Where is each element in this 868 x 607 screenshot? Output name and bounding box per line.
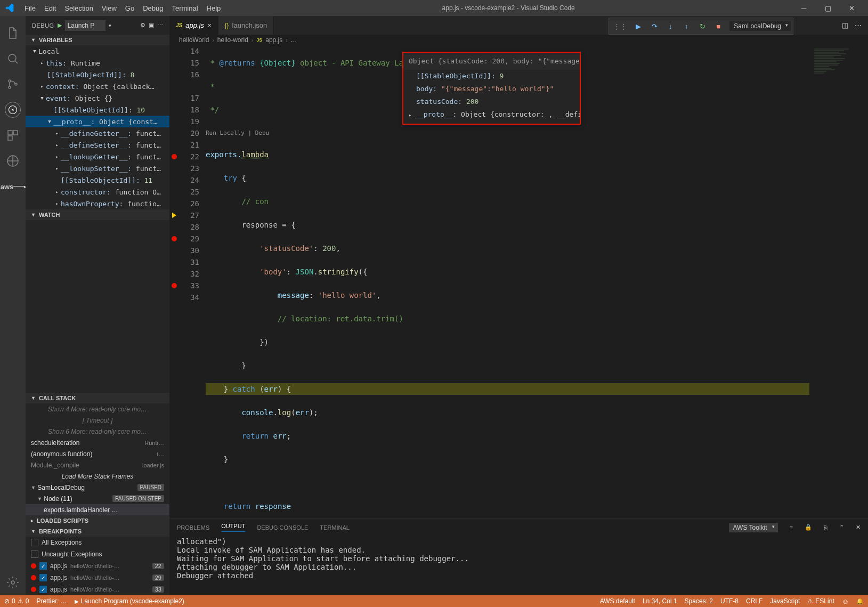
debug-settings-icon[interactable]: ⚙ [140, 22, 145, 29]
breadcrumb-item[interactable]: app.js [265, 36, 282, 44]
breakpoint-glyph-icon[interactable] [172, 236, 177, 241]
stop-button[interactable]: ■ [711, 20, 725, 33]
tab-app-js[interactable]: JSapp.js× [169, 16, 218, 35]
hover-row[interactable]: body: "{"message":"hello world"}" [403, 83, 580, 95]
var-proto[interactable]: ▼__proto__: Object {const… [26, 116, 169, 127]
code-editor[interactable]: 141516 171819202122232425262728293031323… [169, 45, 809, 518]
continue-button[interactable]: ▶ [631, 20, 645, 33]
panel-close-icon[interactable]: ✕ [856, 524, 861, 531]
panel-tab-debug-console[interactable]: DEBUG CONSOLE [257, 524, 308, 531]
codelens-run[interactable]: Run Locally [206, 130, 245, 136]
feedback-icon[interactable] [842, 597, 849, 605]
more-actions-icon[interactable]: ⋯ [855, 21, 862, 29]
breadcrumbs[interactable]: helloWorld› hello-world› JSapp.js› … [169, 35, 868, 45]
search-icon[interactable] [0, 46, 26, 71]
status-errors[interactable]: 00 [4, 597, 29, 605]
debug-toolbar-config[interactable]: SamLocalDebug [729, 21, 791, 31]
open-log-icon[interactable]: ⎘ [824, 524, 828, 531]
checkbox-icon[interactable] [31, 551, 38, 558]
debug-floating-toolbar[interactable]: ⋮⋮ ▶ ↷ ↓ ↑ ↻ ■ SamLocalDebug [609, 18, 793, 35]
tab-launch-json[interactable]: {}launch.json [218, 16, 274, 35]
hover-row[interactable]: [[StableObjectId]]: 9 [403, 70, 580, 83]
status-lncol[interactable]: Ln 34, Col 1 [643, 597, 677, 605]
panel-maximize-icon[interactable]: ⌃ [839, 524, 844, 531]
checkbox-icon[interactable]: ✓ [39, 574, 47, 581]
bp-item-3[interactable]: ✓app.jshelloWorld\hello-…33 [26, 584, 169, 595]
codelens-debug[interactable]: Debu [255, 130, 270, 136]
var-event[interactable]: ▼event: Object {} [26, 92, 169, 104]
status-aws[interactable]: AWS:default [600, 597, 635, 605]
step-over-button[interactable]: ↷ [647, 20, 661, 33]
notifications-icon[interactable] [856, 598, 864, 605]
step-into-button[interactable]: ↓ [663, 20, 677, 33]
bp-all-exceptions[interactable]: All Exceptions [26, 537, 169, 548]
settings-gear-icon[interactable] [0, 570, 26, 595]
variables-header[interactable]: ▼VARIABLES [26, 35, 169, 45]
stack-node[interactable]: ▼ Node (11)PAUSED ON STEP [26, 493, 169, 504]
bp-item-1[interactable]: ✓app.jshelloWorld\hello-…22 [26, 560, 169, 572]
debug-console-icon[interactable]: ▣ [149, 22, 154, 29]
status-prettier[interactable]: Prettier: … [36, 597, 67, 605]
checkbox-icon[interactable]: ✓ [39, 586, 47, 593]
status-eslint[interactable]: ESLint [807, 597, 834, 605]
stack-load-more[interactable]: Load More Stack Frames [26, 471, 169, 482]
var-lookupsetter[interactable]: ▸__lookupSetter__: funct… [26, 163, 169, 174]
breakpoint-glyph-icon[interactable] [172, 154, 177, 159]
checkbox-icon[interactable] [31, 539, 38, 546]
menu-selection[interactable]: Selection [60, 4, 97, 12]
menu-view[interactable]: View [98, 4, 121, 12]
scope-local[interactable]: ▼Local [26, 45, 169, 57]
var-definesetter[interactable]: ▸__defineSetter__: funct… [26, 139, 169, 151]
maximize-button[interactable]: ▢ [816, 0, 840, 16]
checkbox-icon[interactable]: ✓ [39, 562, 47, 570]
panel-tab-problems[interactable]: PROBLEMS [177, 524, 209, 531]
menu-file[interactable]: FFileile [20, 4, 40, 12]
menu-debug[interactable]: Debug [139, 4, 167, 12]
menu-edit[interactable]: Edit [40, 4, 60, 12]
menu-terminal[interactable]: Terminal [167, 4, 202, 12]
menu-help[interactable]: Help [202, 4, 225, 12]
remote-icon[interactable] [0, 148, 26, 174]
stack-frame-3[interactable]: Module._compileloader.js [26, 459, 169, 471]
var-stable-3[interactable]: [[StableObjectId]]: 11 [26, 174, 169, 186]
debug-config-select[interactable]: Launch P [65, 20, 106, 31]
glyph-margin[interactable] [169, 45, 179, 518]
debug-icon[interactable] [5, 102, 21, 118]
restart-button[interactable]: ↻ [695, 20, 709, 33]
breadcrumb-item[interactable]: helloWorld [179, 36, 209, 44]
menu-go[interactable]: Go [121, 4, 139, 12]
more-icon[interactable]: ⋯ [157, 22, 163, 29]
status-eol[interactable]: CRLF [746, 597, 762, 605]
output-channel-select[interactable]: AWS Toolkit [729, 523, 778, 532]
start-debug-button[interactable]: ▶ [58, 22, 62, 29]
var-context[interactable]: ▸context: Object {callback… [26, 80, 169, 92]
var-lookupgetter[interactable]: ▸__lookupGetter__: funct… [26, 151, 169, 163]
breakpoint-glyph-icon[interactable] [172, 283, 177, 288]
var-hasownproperty[interactable]: ▸hasOwnProperty: functio… [26, 198, 169, 209]
status-language[interactable]: JavaScript [770, 597, 800, 605]
step-out-button[interactable]: ↑ [679, 20, 693, 33]
breadcrumb-item[interactable]: … [291, 36, 297, 44]
split-editor-icon[interactable]: ◫ [842, 21, 848, 29]
close-icon[interactable]: × [207, 21, 212, 29]
close-button[interactable]: ✕ [840, 0, 864, 16]
status-launch[interactable]: ▶Launch Program (vscode-example2) [75, 597, 184, 605]
lock-scroll-icon[interactable]: 🔒 [805, 524, 812, 531]
watch-header[interactable]: ▼WATCH [26, 209, 169, 220]
hover-row[interactable]: statusCode: 200 [403, 95, 580, 108]
loaded-scripts-header[interactable]: ▸LOADED SCRIPTS [26, 515, 169, 526]
stack-show-more-4[interactable]: Show 4 More: read-only core mo… [26, 403, 169, 415]
panel-tab-terminal[interactable]: TERMINAL [320, 524, 350, 531]
bp-item-2[interactable]: ✓app.jshelloWorld\hello-…29 [26, 572, 169, 584]
minimap[interactable] [809, 45, 868, 518]
debug-hover-popup[interactable]: Object {statusCode: 200, body: "{"messag… [402, 52, 581, 125]
source-control-icon[interactable] [0, 71, 26, 97]
var-definegetter[interactable]: ▸__defineGetter__: funct… [26, 127, 169, 139]
var-this[interactable]: ▸this: Runtime [26, 57, 169, 69]
status-spaces[interactable]: Spaces: 2 [685, 597, 713, 605]
stack-show-more-6[interactable]: Show 6 More: read-only core mo… [26, 426, 169, 437]
extensions-icon[interactable] [0, 123, 26, 148]
stack-thread-group[interactable]: ▼ SamLocalDebugPAUSED [26, 482, 169, 493]
var-stable-1[interactable]: [[StableObjectId]]: 8 [26, 69, 169, 80]
explorer-icon[interactable] [0, 20, 26, 46]
